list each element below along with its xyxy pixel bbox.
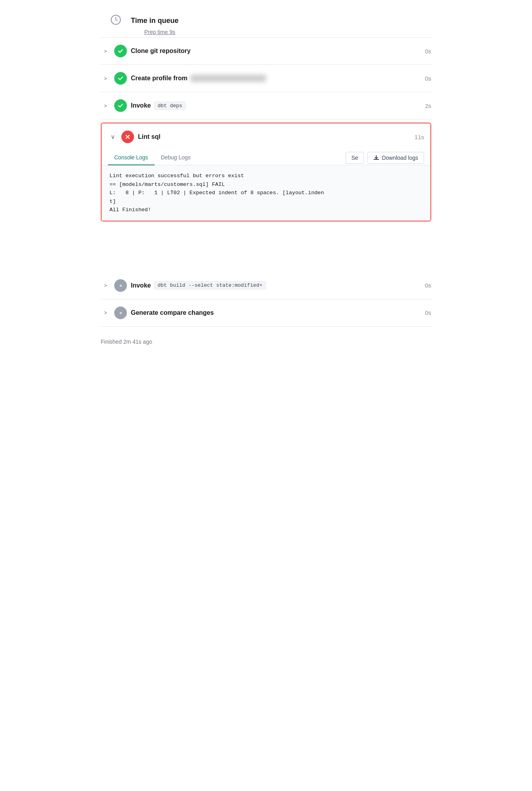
logs-tabs-toolbar: Console Logs Debug Logs Se Download logs: [102, 150, 430, 165]
download-icon: [373, 155, 379, 161]
step-invoke-build: > » Invoke dbt build --select state:modi…: [101, 272, 431, 299]
step-create-profile: > Create profile from 0s: [101, 65, 431, 92]
step-title-create-profile: Create profile from: [131, 75, 419, 82]
clock-icon: [110, 14, 121, 25]
success-icon-clone-git: [114, 45, 127, 57]
lint-sql-header: ∨ Lint sql 11s: [102, 123, 430, 150]
step-duration-invoke-deps: 2s: [419, 102, 431, 109]
step-title-lint-sql: Lint sql: [138, 133, 412, 140]
step-invoke-deps: > Invoke dbt deps 2s: [101, 92, 431, 119]
step-duration-lint-sql: 11s: [412, 134, 424, 140]
search-button[interactable]: Se: [345, 152, 364, 164]
blurred-profile-text: [191, 75, 266, 82]
step-generate-compare: > » Generate compare changes 0s: [101, 299, 431, 327]
chevron-clone-git[interactable]: >: [101, 48, 110, 54]
spacer: [101, 225, 431, 272]
tab-debug-logs[interactable]: Debug Logs: [155, 150, 197, 165]
step-title-clone-git: Clone git repository: [131, 47, 419, 55]
step-duration-generate-compare: 0s: [419, 309, 431, 316]
step-title-invoke-deps: Invoke dbt deps: [131, 102, 419, 110]
chevron-generate-compare[interactable]: >: [101, 310, 110, 316]
step-title-generate-compare: Generate compare changes: [131, 309, 419, 316]
chevron-lint-sql[interactable]: ∨: [108, 133, 117, 140]
invoke-deps-badge: dbt deps: [154, 102, 186, 110]
download-logs-button[interactable]: Download logs: [367, 152, 424, 164]
error-icon-lint-sql: [121, 131, 134, 143]
lint-sql-section: ∨ Lint sql 11s Console Logs Debug Logs S…: [101, 123, 431, 221]
chevron-invoke-build[interactable]: >: [101, 282, 110, 288]
chevron-invoke-deps[interactable]: >: [101, 103, 110, 109]
chevron-create-profile[interactable]: >: [101, 76, 110, 81]
invoke-build-badge: dbt build --select state:modified+: [154, 281, 266, 290]
time-in-queue-section: Time in queue Prep time 9s: [101, 8, 431, 38]
pending-icon-invoke-build: »: [114, 279, 127, 292]
step-duration-create-profile: 0s: [419, 75, 431, 82]
tab-console-logs[interactable]: Console Logs: [108, 150, 155, 165]
step-title-invoke-build: Invoke dbt build --select state:modified…: [131, 281, 419, 290]
finished-footer: Finished 2m 41s ago: [101, 327, 431, 349]
step-duration-clone-git: 0s: [419, 48, 431, 55]
pending-icon-generate-compare: »: [114, 307, 127, 319]
step-duration-invoke-build: 0s: [419, 282, 431, 289]
step-clone-git: > Clone git repository 0s: [101, 38, 431, 65]
prep-time-link[interactable]: Prep time 9s: [144, 29, 175, 35]
log-output: Lint execution successful but errors exi…: [102, 165, 430, 221]
success-icon-invoke-deps: [114, 99, 127, 112]
download-logs-label: Download logs: [382, 155, 418, 161]
time-in-queue-title: Time in queue: [131, 17, 179, 25]
success-icon-create-profile: [114, 72, 127, 85]
footer-text: Finished 2m 41s ago: [101, 339, 152, 345]
